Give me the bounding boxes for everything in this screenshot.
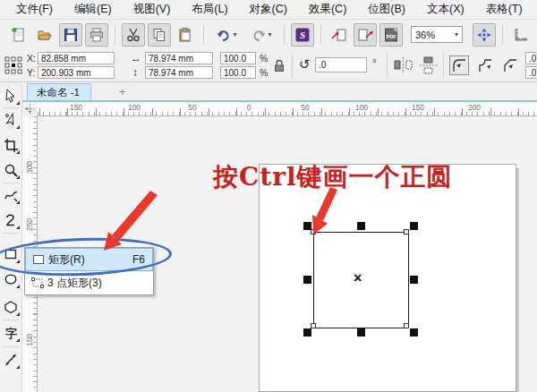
object-origin-icon[interactable] (4, 56, 22, 74)
copy-icon[interactable] (148, 23, 171, 47)
three-point-rectangle-menu-icon (28, 277, 47, 288)
selection-handle[interactable] (410, 276, 418, 284)
cut-icon[interactable] (122, 23, 145, 47)
zoom-tool[interactable] (2, 160, 21, 180)
selection-handle[interactable] (357, 222, 365, 230)
dimension-tool[interactable] (2, 350, 21, 370)
freehand-tool[interactable] (2, 185, 21, 205)
toolbar-separator (203, 25, 204, 45)
mirror-horizontal-icon[interactable] (394, 56, 413, 74)
menu-bitmap[interactable]: 位图(B) (357, 0, 416, 19)
menu-text[interactable]: 文本(X) (416, 0, 475, 19)
undo-icon[interactable]: ▾ (210, 23, 243, 47)
export-icon[interactable] (354, 23, 377, 47)
ruler-origin-icon[interactable] (24, 103, 36, 115)
selection-handle[interactable] (410, 222, 418, 230)
round-corner-button[interactable] (449, 55, 469, 75)
pick-tool[interactable] (2, 86, 21, 106)
redo-icon[interactable]: ▾ (245, 23, 277, 47)
import-icon[interactable] (328, 23, 351, 47)
horizontal-ruler[interactable]: 150 100 50 0 50 100 150 200 (38, 102, 537, 116)
zoom-level-select[interactable]: 36% ▾ (411, 26, 463, 43)
paste-icon[interactable] (174, 23, 197, 47)
ruler-ticks-major (38, 108, 537, 115)
svg-text:S: S (300, 30, 305, 40)
redo-dropdown-icon[interactable]: ▾ (268, 30, 271, 38)
scalloped-corner-button[interactable] (475, 55, 495, 75)
zoom-dropdown-icon[interactable]: ▾ (455, 30, 458, 38)
mirror-vertical-icon[interactable] (419, 56, 439, 74)
menu-tools[interactable]: 工具(O) (533, 0, 537, 19)
object-height-field[interactable]: 78.974 mm (145, 66, 213, 79)
scale-v-field[interactable]: 100.0 (220, 66, 256, 79)
rectangle-tool[interactable] (2, 244, 21, 264)
document-tab-bar: 未命名 -1 + (22, 82, 537, 100)
menu-edit[interactable]: 编辑(E) (64, 0, 123, 19)
menu-item-label: 矩形(R) (48, 252, 132, 268)
object-width-field[interactable]: 78.974 mm (145, 52, 213, 64)
new-document-icon[interactable] (7, 23, 30, 47)
selection-handle[interactable] (303, 328, 311, 337)
y-position-field[interactable]: 200.903 mm (38, 66, 115, 79)
vruler-label: 150 (25, 329, 34, 351)
selection-handle[interactable] (303, 222, 311, 230)
toolbar-separator (502, 25, 503, 45)
save-icon[interactable] (59, 23, 82, 47)
menu-item-shortcut: F6 (132, 253, 145, 266)
menu-table[interactable]: 表格(T) (475, 0, 533, 19)
undo-dropdown-icon[interactable]: ▾ (233, 30, 236, 38)
zoom-level-value: 36% (415, 30, 454, 40)
object-center-marker[interactable]: × (354, 270, 362, 286)
x-position-field[interactable]: 82.858 mm (38, 52, 115, 64)
snap-icon[interactable] (509, 23, 533, 47)
corner-radius-top-field[interactable]: .0 (525, 52, 537, 64)
new-tab-button[interactable]: + (114, 85, 132, 98)
chamfered-corner-button[interactable] (500, 55, 520, 75)
hruler-label: 0 (247, 103, 251, 112)
document-tab[interactable]: 未命名 -1 (27, 83, 91, 100)
propbar-separator (443, 53, 444, 78)
lock-ratio-icon[interactable] (274, 59, 285, 72)
launcher-icon[interactable]: S (291, 23, 314, 47)
x-position-label: X: (27, 53, 36, 64)
menu-item-label: 3 点矩形(3) (47, 276, 146, 291)
propbar-separator (387, 53, 388, 78)
toolbar-separator (320, 25, 321, 45)
selection-handle[interactable] (410, 328, 418, 337)
pdf-export-icon[interactable]: PDF (379, 23, 403, 47)
svg-text:PDF: PDF (387, 33, 397, 38)
fit-page-icon[interactable] (473, 23, 496, 47)
rectangle-flyout-menu: 矩形(R) F6 3 点矩形(3) (24, 247, 154, 295)
propbar-separator (292, 53, 293, 78)
selection-handle[interactable] (357, 328, 365, 337)
menu-view[interactable]: 视图(V) (123, 0, 182, 19)
menu-layout[interactable]: 布局(L) (181, 0, 238, 19)
hruler-label: 150 (412, 103, 424, 112)
print-icon[interactable] (85, 23, 108, 47)
hruler-label: 50 (188, 103, 196, 112)
ellipse-tool[interactable] (2, 269, 21, 289)
corner-node[interactable] (404, 323, 409, 328)
hruler-label: 200 (468, 103, 481, 112)
menu-item-rectangle[interactable]: 矩形(R) F6 (25, 248, 153, 271)
rotation-angle-field[interactable]: .0 (315, 57, 367, 72)
open-folder-icon[interactable] (33, 23, 56, 47)
menu-file[interactable]: 文件(F) (5, 0, 64, 19)
scale-h-field[interactable]: 100.0 (220, 52, 256, 64)
selection-handle[interactable] (303, 276, 311, 284)
scale-h-percent: % (260, 53, 268, 64)
text-tool[interactable]: 字 (2, 323, 21, 343)
corner-radius-bottom-field[interactable]: .0 (525, 66, 537, 79)
shape-tool[interactable] (2, 110, 21, 130)
polygon-tool[interactable] (2, 297, 21, 317)
menu-item-3-point-rectangle[interactable]: 3 点矩形(3) (25, 271, 153, 294)
hruler-label: 150 (70, 103, 82, 112)
toolbox: 字 (0, 85, 22, 392)
menu-object[interactable]: 对象(C) (239, 0, 298, 19)
rotate-icon: ↺ (299, 56, 311, 72)
corner-node[interactable] (404, 229, 409, 234)
crop-tool[interactable] (2, 135, 21, 155)
object-width-icon: ↔ (131, 52, 141, 64)
menu-effects[interactable]: 效果(C) (298, 0, 357, 19)
artistic-media-tool[interactable] (2, 210, 21, 230)
